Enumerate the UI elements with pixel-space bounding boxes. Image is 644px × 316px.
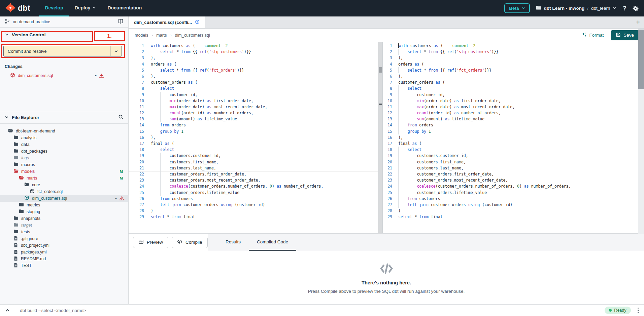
commit-area: Commit and resolve <box>0 42 128 59</box>
save-button[interactable]: Save <box>611 30 639 40</box>
tree-item-dbt-packages[interactable]: dbt_packages <box>0 148 128 155</box>
code-icon <box>177 239 182 245</box>
new-tab-icon[interactable]: + <box>636 16 640 28</box>
nav-item-develop[interactable]: Develop <box>39 0 69 16</box>
line-number: 16 <box>383 134 396 141</box>
commit-and-resolve-button[interactable]: Commit and resolve <box>3 46 122 56</box>
breadcrumb-item-models[interactable]: models <box>135 33 148 38</box>
line-number: 22 <box>383 171 396 177</box>
tree-item-label: analysis <box>21 135 36 140</box>
tab-dim-customers[interactable]: dim_customers.sql (confli... <box>129 16 205 28</box>
beta-toggle[interactable]: Beta <box>504 3 530 13</box>
git-branch-icon <box>5 19 10 25</box>
line-number: 4 <box>129 61 149 67</box>
line-number: 18 <box>129 147 149 153</box>
changed-file-row[interactable]: dim_customers.sql• <box>0 72 128 79</box>
code-editor-left[interactable]: 1with customers as ( -- comment 22 selec… <box>129 42 382 233</box>
gear-icon[interactable] <box>633 5 639 11</box>
version-control-header[interactable]: Version Control <box>0 28 128 42</box>
commit-options-dropdown[interactable] <box>110 46 122 56</box>
tree-item-metrics[interactable]: metrics <box>0 202 128 208</box>
dbt-logo[interactable]: dbt <box>0 0 39 16</box>
nav-item-deploy[interactable]: Deploy <box>69 0 102 16</box>
version-control-title: Version Control <box>12 32 46 37</box>
code-line: 3), <box>129 55 382 61</box>
file-icon <box>13 243 18 248</box>
changes-title: Changes <box>5 64 128 69</box>
line-number: 4 <box>383 61 396 67</box>
line-number: 8 <box>383 85 396 91</box>
tree-item-core[interactable]: core <box>0 182 128 188</box>
tree-item-models[interactable]: modelsM <box>0 168 128 175</box>
nav-item-documentation[interactable]: Documentation <box>102 0 147 16</box>
tree-item-label: README.md <box>21 256 46 261</box>
folder-icon <box>13 229 19 235</box>
command-input[interactable]: dbt build --select <model_name> <box>15 308 605 313</box>
tree-item-label: TEST <box>21 263 32 268</box>
left-pane-scrollbar[interactable] <box>378 42 382 233</box>
account-project-selector[interactable]: dbt Learn - mwong / dbt_learn <box>536 5 617 11</box>
chevron-up-icon[interactable] <box>0 308 15 313</box>
line-number: 11 <box>383 104 396 110</box>
tree-item-data[interactable]: data <box>0 141 128 148</box>
tree-item-logs[interactable]: logs <box>0 155 128 161</box>
empty-state-title: There's nothing here. <box>362 280 411 285</box>
tree-item-test[interactable]: TEST <box>0 262 128 269</box>
tree-item-label: core <box>32 183 40 187</box>
tree-item-staging[interactable]: staging <box>0 208 128 215</box>
tree-item-analysis[interactable]: analysis <box>0 134 128 141</box>
code-line: 11 max(order_date) as most_recent_order_… <box>129 104 382 110</box>
kebab-menu-icon[interactable] <box>638 308 639 313</box>
line-number: 21 <box>383 165 396 171</box>
preview-button[interactable]: Preview <box>133 237 168 248</box>
tree-item-label: packages.yml <box>21 250 46 254</box>
compile-button[interactable]: Compile <box>172 237 208 248</box>
breadcrumb-item-marts[interactable]: marts <box>156 33 167 38</box>
folder-icon <box>13 222 19 228</box>
tree-item--gitignore[interactable]: .gitignore <box>0 235 128 242</box>
code-line: 22 customer_orders.first_order_date, <box>129 171 382 177</box>
git-modified-badge: M <box>120 169 123 173</box>
code-editor-right[interactable]: 1with customers as ( -- comment 22 selec… <box>382 42 644 233</box>
tree-item-dbt-learn-on-demand[interactable]: dbt-learn-on-demand <box>0 128 128 134</box>
tab-results[interactable]: Results <box>217 234 249 251</box>
save-floppy-icon <box>616 32 621 38</box>
line-number: 28 <box>129 208 149 214</box>
tree-item-dim-customers-sql[interactable]: dim_customers.sql• <box>0 195 128 202</box>
code-line: 16), <box>383 134 644 141</box>
tree-item-packages-yml[interactable]: packages.yml <box>0 249 128 255</box>
code-line: 24 coalesce(customer_orders.number_of_or… <box>129 183 382 189</box>
folder-icon <box>19 202 24 208</box>
folder-icon <box>19 209 24 215</box>
beta-label: Beta <box>509 6 519 11</box>
docs-book-icon[interactable] <box>118 18 124 25</box>
code-line: 28) <box>129 208 382 214</box>
tree-item-dbt-project-yml[interactable]: dbt_project.yml <box>0 242 128 249</box>
folder-icon <box>13 215 19 222</box>
code-line: 4orders as ( <box>383 61 644 67</box>
file-icon <box>13 249 18 255</box>
conflict-warning-icon <box>99 73 104 78</box>
right-pane-scrollbar[interactable] <box>638 29 644 234</box>
tab-compiled-code[interactable]: Compiled Code <box>249 234 296 251</box>
breadcrumb-item-dim-customers-sql[interactable]: dim_customers.sql <box>175 33 210 38</box>
tree-item-macros[interactable]: macros <box>0 161 128 168</box>
tree-item-target[interactable]: target <box>0 222 128 229</box>
tree-item-marts[interactable]: martsM <box>0 175 128 182</box>
line-number: 29 <box>383 214 396 220</box>
line-number: 10 <box>383 98 396 104</box>
git-branch-row[interactable]: on-demand-practice <box>0 16 128 28</box>
code-line: 23 customer_orders.most_recent_order_dat… <box>129 177 382 183</box>
tree-item-fct-orders-sql[interactable]: fct_orders.sql <box>0 188 128 195</box>
tree-item-tests[interactable]: tests <box>0 229 128 235</box>
tree-item-snapshots[interactable]: snapshots <box>0 215 128 222</box>
changed-file-name: dim_customers.sql <box>18 73 53 78</box>
search-icon[interactable] <box>118 114 124 121</box>
tree-item-readme-md[interactable]: README.md <box>0 255 128 262</box>
main-area: dim_customers.sql (confli... + models›ma… <box>129 16 644 304</box>
format-button[interactable]: Format <box>581 32 604 38</box>
file-explorer-header[interactable]: File Explorer <box>0 111 128 124</box>
panel-buttons: Preview Compile <box>129 234 208 251</box>
nav-item-label: Develop <box>45 5 63 10</box>
help-icon[interactable]: ? <box>622 5 626 12</box>
